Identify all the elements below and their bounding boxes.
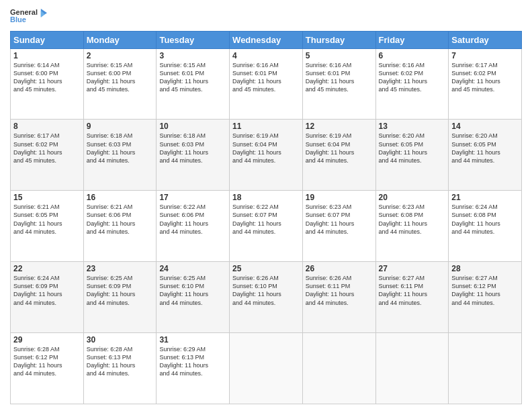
calendar-cell: 26Sunrise: 6:26 AM Sunset: 6:11 PM Dayli…: [302, 262, 375, 333]
day-number: 3: [159, 51, 226, 60]
day-info: Sunrise: 6:22 AM Sunset: 6:06 PM Dayligh…: [159, 203, 226, 236]
day-info: Sunrise: 6:17 AM Sunset: 6:02 PM Dayligh…: [451, 61, 519, 94]
day-number: 8: [13, 122, 81, 131]
calendar-cell: 2Sunrise: 6:15 AM Sunset: 6:00 PM Daylig…: [83, 48, 157, 120]
calendar-header-row: Sunday Monday Tuesday Wednesday Thursday…: [11, 31, 522, 48]
col-monday: Monday: [83, 31, 157, 48]
day-number: 2: [87, 51, 154, 60]
svg-text:Blue: Blue: [10, 15, 26, 24]
calendar-cell: 28Sunrise: 6:27 AM Sunset: 6:12 PM Dayli…: [449, 262, 522, 333]
day-number: 11: [232, 122, 300, 131]
calendar-week-row: 1Sunrise: 6:14 AM Sunset: 6:00 PM Daylig…: [11, 48, 522, 120]
day-info: Sunrise: 6:28 AM Sunset: 6:13 PM Dayligh…: [87, 345, 154, 378]
calendar-cell: 21Sunrise: 6:24 AM Sunset: 6:08 PM Dayli…: [449, 191, 522, 262]
col-tuesday: Tuesday: [157, 31, 230, 48]
day-info: Sunrise: 6:15 AM Sunset: 6:00 PM Dayligh…: [87, 61, 154, 94]
day-number: 28: [451, 264, 519, 273]
day-info: Sunrise: 6:16 AM Sunset: 6:02 PM Dayligh…: [379, 61, 446, 94]
col-friday: Friday: [375, 31, 449, 48]
day-number: 29: [13, 335, 81, 345]
calendar-cell: 31Sunrise: 6:29 AM Sunset: 6:13 PM Dayli…: [157, 333, 230, 404]
calendar-cell: [375, 333, 449, 404]
calendar-cell: 12Sunrise: 6:19 AM Sunset: 6:04 PM Dayli…: [302, 120, 375, 191]
day-number: 26: [306, 264, 373, 273]
calendar-cell: 9Sunrise: 6:18 AM Sunset: 6:03 PM Daylig…: [83, 120, 157, 191]
calendar-cell: 20Sunrise: 6:23 AM Sunset: 6:08 PM Dayli…: [375, 191, 449, 262]
day-number: 31: [159, 335, 226, 345]
calendar-cell: 1Sunrise: 6:14 AM Sunset: 6:00 PM Daylig…: [11, 48, 84, 120]
calendar-cell: 4Sunrise: 6:16 AM Sunset: 6:01 PM Daylig…: [230, 48, 303, 120]
day-info: Sunrise: 6:29 AM Sunset: 6:13 PM Dayligh…: [159, 345, 226, 378]
day-info: Sunrise: 6:14 AM Sunset: 6:00 PM Dayligh…: [13, 61, 81, 94]
calendar-cell: 11Sunrise: 6:19 AM Sunset: 6:04 PM Dayli…: [230, 120, 303, 191]
day-number: 12: [306, 122, 373, 131]
day-number: 15: [13, 193, 81, 202]
calendar-cell: 23Sunrise: 6:25 AM Sunset: 6:09 PM Dayli…: [83, 262, 157, 333]
calendar-cell: 6Sunrise: 6:16 AM Sunset: 6:02 PM Daylig…: [375, 48, 449, 120]
calendar-table: Sunday Monday Tuesday Wednesday Thursday…: [10, 31, 522, 405]
day-number: 27: [379, 264, 446, 273]
day-info: Sunrise: 6:24 AM Sunset: 6:09 PM Dayligh…: [13, 274, 81, 307]
day-number: 25: [232, 264, 300, 273]
calendar-cell: 22Sunrise: 6:24 AM Sunset: 6:09 PM Dayli…: [11, 262, 84, 333]
col-saturday: Saturday: [449, 31, 522, 48]
calendar-cell: 30Sunrise: 6:28 AM Sunset: 6:13 PM Dayli…: [83, 333, 157, 404]
day-info: Sunrise: 6:23 AM Sunset: 6:07 PM Dayligh…: [306, 203, 373, 236]
calendar-week-row: 8Sunrise: 6:17 AM Sunset: 6:02 PM Daylig…: [11, 120, 522, 191]
day-number: 1: [13, 51, 81, 60]
calendar-cell: 3Sunrise: 6:15 AM Sunset: 6:01 PM Daylig…: [157, 48, 230, 120]
day-number: 13: [379, 122, 446, 131]
calendar-cell: 19Sunrise: 6:23 AM Sunset: 6:07 PM Dayli…: [302, 191, 375, 262]
day-info: Sunrise: 6:21 AM Sunset: 6:06 PM Dayligh…: [87, 203, 154, 236]
calendar-cell: 10Sunrise: 6:18 AM Sunset: 6:03 PM Dayli…: [157, 120, 230, 191]
day-info: Sunrise: 6:16 AM Sunset: 6:01 PM Dayligh…: [306, 61, 373, 94]
day-number: 14: [451, 122, 519, 131]
logo: General Blue: [10, 7, 47, 26]
day-number: 6: [379, 51, 446, 60]
day-number: 24: [159, 264, 226, 273]
calendar-week-row: 22Sunrise: 6:24 AM Sunset: 6:09 PM Dayli…: [11, 262, 522, 333]
day-info: Sunrise: 6:27 AM Sunset: 6:11 PM Dayligh…: [379, 274, 446, 307]
day-info: Sunrise: 6:26 AM Sunset: 6:10 PM Dayligh…: [232, 274, 300, 307]
calendar-cell: [230, 333, 303, 404]
calendar-cell: [449, 333, 522, 404]
col-sunday: Sunday: [11, 31, 84, 48]
calendar-cell: 27Sunrise: 6:27 AM Sunset: 6:11 PM Dayli…: [375, 262, 449, 333]
day-info: Sunrise: 6:20 AM Sunset: 6:05 PM Dayligh…: [451, 132, 519, 165]
header: General Blue: [10, 7, 522, 26]
day-number: 19: [306, 193, 373, 202]
day-info: Sunrise: 6:18 AM Sunset: 6:03 PM Dayligh…: [87, 132, 154, 165]
day-info: Sunrise: 6:24 AM Sunset: 6:08 PM Dayligh…: [451, 203, 519, 236]
day-number: 5: [306, 51, 373, 60]
calendar-cell: 29Sunrise: 6:28 AM Sunset: 6:12 PM Dayli…: [11, 333, 84, 404]
calendar-cell: 16Sunrise: 6:21 AM Sunset: 6:06 PM Dayli…: [83, 191, 157, 262]
calendar-cell: 15Sunrise: 6:21 AM Sunset: 6:05 PM Dayli…: [11, 191, 84, 262]
day-number: 10: [159, 122, 226, 131]
calendar-cell: 5Sunrise: 6:16 AM Sunset: 6:01 PM Daylig…: [302, 48, 375, 120]
day-info: Sunrise: 6:26 AM Sunset: 6:11 PM Dayligh…: [306, 274, 373, 307]
day-number: 16: [87, 193, 154, 202]
day-info: Sunrise: 6:22 AM Sunset: 6:07 PM Dayligh…: [232, 203, 300, 236]
day-number: 30: [87, 335, 154, 345]
day-info: Sunrise: 6:25 AM Sunset: 6:10 PM Dayligh…: [159, 274, 226, 307]
day-info: Sunrise: 6:27 AM Sunset: 6:12 PM Dayligh…: [451, 274, 519, 307]
day-info: Sunrise: 6:20 AM Sunset: 6:05 PM Dayligh…: [379, 132, 446, 165]
calendar-week-row: 15Sunrise: 6:21 AM Sunset: 6:05 PM Dayli…: [11, 191, 522, 262]
page-container: General Blue Sunday Monday Tuesday Wedne…: [0, 0, 532, 411]
day-info: Sunrise: 6:15 AM Sunset: 6:01 PM Dayligh…: [159, 61, 226, 94]
day-number: 22: [13, 264, 81, 273]
day-number: 4: [232, 51, 300, 60]
col-wednesday: Wednesday: [230, 31, 303, 48]
calendar-cell: 13Sunrise: 6:20 AM Sunset: 6:05 PM Dayli…: [375, 120, 449, 191]
day-number: 21: [451, 193, 519, 202]
day-number: 20: [379, 193, 446, 202]
day-info: Sunrise: 6:19 AM Sunset: 6:04 PM Dayligh…: [232, 132, 300, 165]
day-number: 18: [232, 193, 300, 202]
day-info: Sunrise: 6:21 AM Sunset: 6:05 PM Dayligh…: [13, 203, 81, 236]
calendar-cell: 17Sunrise: 6:22 AM Sunset: 6:06 PM Dayli…: [157, 191, 230, 262]
calendar-cell: 8Sunrise: 6:17 AM Sunset: 6:02 PM Daylig…: [11, 120, 84, 191]
day-info: Sunrise: 6:16 AM Sunset: 6:01 PM Dayligh…: [232, 61, 300, 94]
day-info: Sunrise: 6:28 AM Sunset: 6:12 PM Dayligh…: [13, 345, 81, 378]
calendar-cell: 25Sunrise: 6:26 AM Sunset: 6:10 PM Dayli…: [230, 262, 303, 333]
calendar-cell: [302, 333, 375, 404]
